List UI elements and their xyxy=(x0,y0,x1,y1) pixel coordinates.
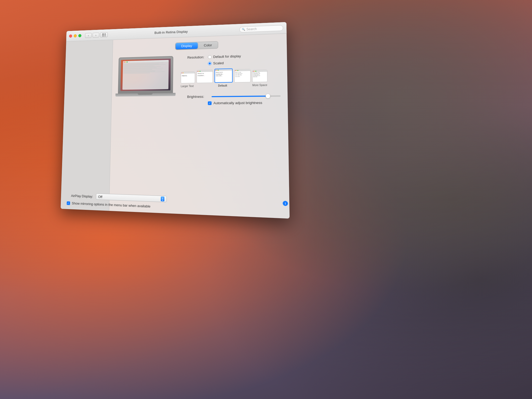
resolution-label: Resolution: xyxy=(181,55,204,59)
back-button[interactable]: ‹ xyxy=(85,33,92,38)
brightness-label: Brightness: xyxy=(181,95,204,99)
label-larger: Larger Text xyxy=(181,85,194,88)
dot-g2 xyxy=(200,71,201,71)
dot-g4 xyxy=(237,70,238,71)
label-more-space: More Space xyxy=(252,84,267,87)
res-img-more-space: Here's to the onestroublemakers. Theones… xyxy=(252,70,268,82)
nav-buttons: ‹ › xyxy=(85,32,99,38)
res-thumb-larger[interactable]: Here's xyxy=(181,71,195,83)
search-icon: 🔍 xyxy=(242,28,245,31)
mini-window xyxy=(122,60,169,90)
res-text-2: Here's totroublem... xyxy=(197,72,213,78)
auto-brightness-checkbox[interactable]: ✓ xyxy=(208,101,211,105)
laptop-screen xyxy=(121,59,171,91)
brightness-container: Brightness: ✓ Automatically adjust brigh… xyxy=(181,94,281,105)
grid-view-button[interactable] xyxy=(100,32,108,37)
chevron-right-icon: › xyxy=(95,34,96,36)
dot-y5 xyxy=(254,71,255,71)
dot-g3 xyxy=(218,70,219,70)
res-text-4: Here's to theones who don'trules. And th… xyxy=(235,71,250,78)
sidebar xyxy=(61,40,113,211)
mini-minimize xyxy=(125,62,126,63)
dot-y3 xyxy=(217,70,217,70)
res-img-medium-large: Here's totroublem... xyxy=(197,70,213,83)
res-text-5: Here's to the onestroublemakers. Theones… xyxy=(252,72,267,78)
radio-btn-default[interactable] xyxy=(208,55,211,59)
dot-r5 xyxy=(253,71,254,71)
mirror-label: Show mirroring options in the menu bar w… xyxy=(109,201,150,208)
scaled-row: Scaled xyxy=(208,60,280,65)
dot-r4 xyxy=(235,70,236,71)
maximize-button[interactable] xyxy=(78,34,81,37)
laptop-preview xyxy=(118,56,173,97)
resolution-section: Resolution: Default for display Scaled xyxy=(181,53,281,105)
system-preferences-window: ‹ › Built-in Retina Display 🔍 Search xyxy=(61,22,290,219)
main-content: Display Color xyxy=(109,34,290,218)
info-button[interactable]: i xyxy=(283,201,288,206)
radio-scaled[interactable]: Scaled xyxy=(208,61,224,65)
brightness-row: Brightness: xyxy=(181,94,281,99)
res-text-larger: Here's xyxy=(181,73,195,78)
laptop-base xyxy=(115,93,175,97)
airplay-dropdown[interactable]: Off ▲ ▼ xyxy=(109,193,167,202)
tab-control: Display Color xyxy=(119,39,280,51)
resolution-row: Resolution: Default for display xyxy=(181,53,280,59)
dot-r3 xyxy=(216,70,216,70)
traffic-lights xyxy=(69,34,82,38)
res-img-default: Here's to thtroublemak...ones who... xyxy=(215,68,233,83)
res-img-medium-small: Here's to theones who don'trules. And th… xyxy=(234,69,251,83)
dot-g5 xyxy=(255,71,256,71)
scale-labels: Larger Text Default More Space xyxy=(181,84,267,88)
radio-text-scaled: Scaled xyxy=(213,61,224,65)
slider-thumb[interactable] xyxy=(265,94,270,98)
res-thumb-medium-large[interactable]: Here's totroublem... xyxy=(197,70,213,83)
search-placeholder: Search xyxy=(247,27,257,31)
mini-content xyxy=(122,62,169,90)
arrow-down: ▼ xyxy=(162,199,163,201)
search-box[interactable]: 🔍 Search xyxy=(240,25,283,32)
label-default: Default xyxy=(218,84,227,87)
forward-button[interactable]: › xyxy=(92,32,99,38)
segment-wrapper: Display Color xyxy=(175,41,218,50)
resolution-thumbnails: Here's Here's totrouble xyxy=(181,67,280,83)
laptop-outer xyxy=(118,56,173,94)
dot-r2 xyxy=(197,71,198,72)
dot-y4 xyxy=(236,70,237,71)
arrow-up: ▲ xyxy=(162,197,163,199)
slider-track xyxy=(211,95,281,97)
radio-default[interactable]: Default for display xyxy=(208,54,241,59)
mini-maximize xyxy=(127,62,128,63)
laptop-notch xyxy=(138,93,153,95)
res-thumb-default[interactable]: Here's to thtroublemak...ones who... xyxy=(215,68,233,83)
radio-text-default: Default for display xyxy=(213,54,241,59)
window-title: Built-in Retina Display xyxy=(155,30,188,35)
res-text-3: Here's to thtroublemak...ones who... xyxy=(215,70,232,77)
chevron-left-icon: ‹ xyxy=(88,34,89,37)
tab-display[interactable]: Display xyxy=(176,42,198,49)
brightness-slider[interactable] xyxy=(211,95,281,97)
display-layout: Resolution: Default for display Scaled xyxy=(118,53,281,105)
auto-brightness-label: Automatically adjust brightness xyxy=(214,101,262,105)
mini-close xyxy=(124,62,125,63)
res-img-larger: Here's xyxy=(181,71,195,83)
dot-y xyxy=(183,72,184,73)
radio-btn-scaled[interactable] xyxy=(208,62,211,65)
grid-icon xyxy=(102,33,106,36)
dot-y2 xyxy=(198,71,199,72)
tab-color[interactable]: Color xyxy=(198,42,218,49)
minimize-button[interactable] xyxy=(74,34,77,37)
auto-brightness-row: ✓ Automatically adjust brightness xyxy=(208,101,281,105)
dot-r xyxy=(182,72,182,73)
res-thumb-medium-small[interactable]: Here's to theones who don'trules. And th… xyxy=(234,69,251,83)
res-thumb-more-space[interactable]: Here's to the onestroublemakers. Theones… xyxy=(252,70,268,82)
window-content: Display Color xyxy=(61,34,290,218)
dropdown-arrows-icon: ▲ ▼ xyxy=(161,196,164,201)
close-button[interactable] xyxy=(69,35,72,38)
